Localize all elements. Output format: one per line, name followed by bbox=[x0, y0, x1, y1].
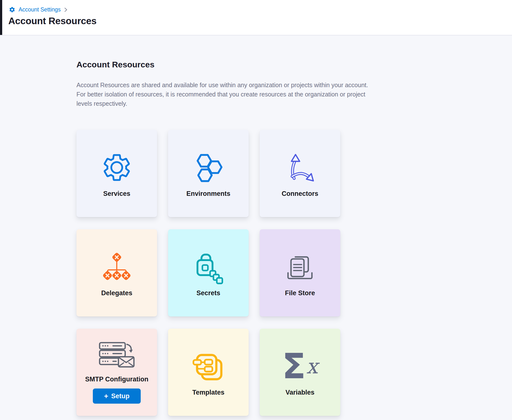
card-variables[interactable]: Σ x Variables bbox=[260, 329, 340, 416]
description-line: Account Resources are shared and availab… bbox=[76, 80, 368, 90]
chevron-right-icon bbox=[64, 7, 68, 13]
gear-icon bbox=[9, 6, 15, 13]
card-label: Environments bbox=[186, 190, 230, 198]
lock-chain-icon bbox=[192, 251, 224, 283]
card-templates[interactable]: Templates bbox=[168, 329, 249, 416]
breadcrumb-account-settings-link[interactable]: Account Settings bbox=[9, 6, 61, 13]
description-line: For better isolation of resources, it is… bbox=[76, 90, 368, 99]
documents-tray-icon bbox=[283, 251, 317, 283]
card-label: Delegates bbox=[101, 289, 132, 297]
breadcrumb-label: Account Settings bbox=[19, 6, 61, 13]
card-secrets[interactable]: Secrets bbox=[168, 229, 249, 316]
hexagons-icon bbox=[192, 151, 225, 184]
sigma-glyph: Σ bbox=[282, 349, 306, 384]
card-label: Secrets bbox=[196, 289, 220, 297]
setup-button[interactable]: + Setup bbox=[93, 388, 141, 404]
breadcrumb: Account Settings bbox=[9, 6, 68, 13]
card-environments[interactable]: Environments bbox=[168, 130, 249, 217]
section-description: Account Resources are shared and availab… bbox=[76, 80, 368, 108]
sigma-x-icon: Σ x bbox=[282, 350, 318, 382]
card-file-store[interactable]: File Store bbox=[260, 229, 340, 316]
plus-icon: + bbox=[104, 392, 108, 400]
setup-button-label: Setup bbox=[111, 392, 129, 400]
card-delegates[interactable]: Delegates bbox=[76, 229, 157, 316]
page-header: Account Settings Account Resources bbox=[0, 0, 512, 35]
collapsed-nav-strip bbox=[0, 0, 2, 35]
x-glyph: x bbox=[306, 356, 318, 377]
main-content: Account Resources Account Resources are … bbox=[0, 35, 512, 420]
card-label: Services bbox=[103, 190, 130, 198]
section-heading: Account Resources bbox=[76, 60, 154, 69]
gear-outline-icon bbox=[101, 151, 132, 184]
delegate-tree-icon bbox=[100, 251, 133, 283]
account-resources-page: Account Settings Account Resources Accou… bbox=[0, 0, 512, 420]
card-services[interactable]: Services bbox=[76, 130, 157, 217]
card-connectors[interactable]: Connectors bbox=[260, 130, 340, 217]
card-label: Variables bbox=[286, 389, 315, 396]
card-label: Templates bbox=[192, 389, 224, 396]
page-title: Account Resources bbox=[8, 16, 96, 26]
mail-server-icon bbox=[99, 342, 135, 371]
card-label: SMTP Configuration bbox=[85, 376, 149, 383]
template-stack-icon bbox=[192, 350, 225, 382]
card-smtp-configuration[interactable]: SMTP Configuration + Setup bbox=[76, 329, 157, 416]
description-line: levels respectively. bbox=[76, 99, 368, 108]
branch-arrows-icon bbox=[283, 151, 317, 184]
card-label: File Store bbox=[285, 289, 315, 297]
card-label: Connectors bbox=[282, 190, 318, 198]
resource-card-grid: Services Environments bbox=[76, 130, 340, 416]
